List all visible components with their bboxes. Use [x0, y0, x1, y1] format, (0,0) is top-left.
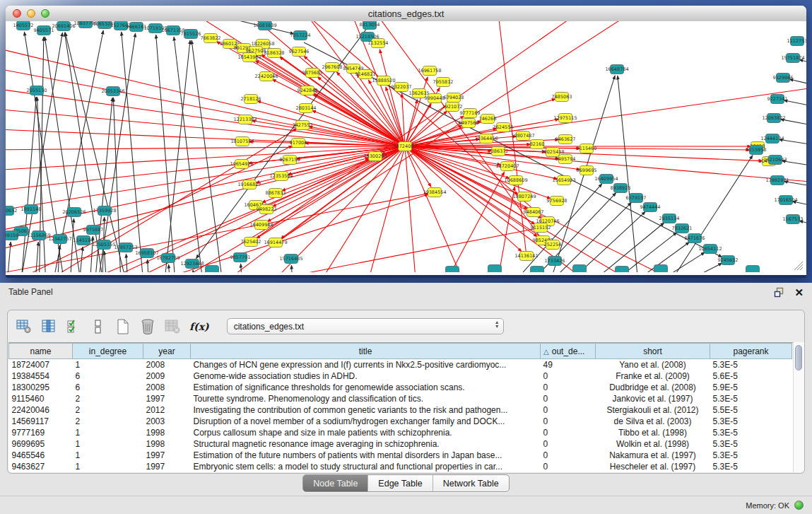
delete-table-icon[interactable]	[163, 317, 182, 336]
graph-node[interactable]: 1132554	[368, 39, 389, 48]
graph-node[interactable]: 2803144	[296, 104, 317, 113]
graph-node[interactable]: 917004	[290, 139, 307, 148]
table-mode-icon[interactable]	[15, 317, 33, 336]
close-panel-icon[interactable]: ✕	[794, 287, 804, 298]
graph-edge[interactable]	[148, 259, 150, 272]
graph-node[interactable]: 9627546	[289, 47, 310, 57]
table-row[interactable]: 977716911998Corpus callosum shape and si…	[9, 427, 792, 438]
graph-node[interactable]: 6497568	[459, 119, 479, 128]
graph-edge[interactable]	[241, 264, 243, 272]
graph-node[interactable]: 8267150	[280, 156, 300, 165]
graph-edge[interactable]	[312, 110, 405, 146]
graph-node[interactable]: 1733426	[545, 257, 565, 266]
table-row[interactable]: 1830029562008Estimation of significance …	[9, 382, 792, 393]
table-row[interactable]: 2242004622012Investigating the contribut…	[9, 404, 792, 416]
column-header-out_de[interactable]: △out_de...	[541, 344, 596, 359]
graph-node[interactable]: 252254	[544, 240, 562, 250]
graph-node[interactable]: 16958107	[135, 249, 158, 258]
graph-node[interactable]: 12444134	[760, 134, 784, 144]
graph-node[interactable]: 2718126	[241, 95, 261, 104]
graph-edge[interactable]	[405, 146, 470, 272]
column-header-year[interactable]: year	[143, 344, 191, 359]
graph-node[interactable]: 9975887	[83, 226, 104, 235]
graph-node[interactable]: 20691406	[52, 22, 75, 31]
table-row[interactable]: 1872400712008Changes of HCN gene express…	[9, 359, 792, 371]
tab-node-table[interactable]: Node Table	[303, 475, 367, 491]
graph-node[interactable]: 15654923	[552, 176, 575, 185]
graph-node[interactable]: 9227341	[767, 95, 788, 104]
graph-node[interactable]: 20364456	[474, 134, 498, 144]
graph-edge[interactable]	[6, 129, 405, 146]
graph-node[interactable]: 9115460	[577, 144, 597, 153]
graph-edge[interactable]	[6, 242, 11, 272]
graph-node[interactable]: 18807249	[512, 192, 536, 201]
graph-edge[interactable]	[258, 146, 405, 272]
graph-node[interactable]: 16961758	[418, 66, 441, 76]
graph-node[interactable]: 17957253	[114, 243, 137, 252]
graph-node[interactable]: 10654112	[698, 245, 722, 254]
graph-edge[interactable]	[618, 76, 640, 272]
function-builder-icon[interactable]: f(x)	[188, 321, 211, 332]
delete-column-icon[interactable]	[139, 317, 157, 336]
graph-edge[interactable]	[184, 228, 541, 272]
graph-node[interactable]: 11156869	[27, 231, 50, 240]
graph-node[interactable]: 7663822	[201, 34, 221, 43]
graph-edge[interactable]	[438, 172, 505, 272]
graph-node[interactable]	[206, 266, 219, 273]
graph-node[interactable]: 19166827	[237, 180, 261, 189]
graph-edge[interactable]	[122, 32, 145, 272]
graph-edge[interactable]	[20, 97, 36, 272]
column-header-title[interactable]: title	[191, 344, 541, 359]
graph-node[interactable]: 7955812	[433, 78, 454, 87]
graph-node[interactable]: 2320652	[6, 206, 17, 216]
graph-node[interactable]: 22420046	[254, 72, 278, 81]
graph-node[interactable]: 17016504	[774, 196, 797, 205]
graph-node[interactable]: 9329966	[773, 74, 794, 83]
show-columns-icon[interactable]	[40, 317, 58, 336]
graph-edge[interactable]	[405, 100, 418, 146]
graph-node[interactable]	[573, 265, 587, 273]
graph-node[interactable]: 9495794	[555, 155, 576, 164]
graph-node[interactable]: 1405572	[13, 21, 34, 30]
graph-edge[interactable]	[291, 265, 293, 272]
graph-node[interactable]: 12342757	[48, 235, 71, 244]
graph-node[interactable]: 9463627	[555, 135, 576, 144]
graph-node[interactable]: 7625402	[241, 238, 261, 247]
table-selector-dropdown[interactable]: citations_edges.txt ▲▼	[227, 318, 504, 334]
graph-node[interactable]: 9756928	[547, 197, 567, 206]
graph-edge[interactable]	[126, 254, 129, 272]
column-header-short[interactable]: short	[596, 344, 710, 359]
table-row[interactable]: 1456911722003Disruption of a novel membe…	[9, 416, 792, 427]
graph-node[interactable]: 8186328	[264, 49, 285, 58]
graph-node[interactable]: 16782759	[156, 254, 180, 263]
graph-node[interactable]: 9699695	[577, 166, 597, 175]
network-window-titlebar[interactable]: citations_edges.txt	[6, 6, 806, 22]
row-height-icon[interactable]	[89, 317, 107, 336]
graph-node[interactable]: 9777169	[460, 109, 481, 118]
graph-node[interactable]: 6794028	[444, 93, 464, 103]
graph-node[interactable]: 2935114	[659, 214, 680, 223]
table-row[interactable]: 911546021997Tourette syndrome. Phenomeno…	[9, 393, 792, 404]
column-header-pagerank[interactable]: pagerank	[710, 344, 792, 359]
graph-node[interactable]: 7815526	[181, 30, 201, 39]
graph-node[interactable]: 1145194	[73, 236, 94, 245]
graph-node[interactable]: 82160	[530, 140, 545, 149]
network-canvas[interactable]: 1405572940557120691406188377961065328715…	[6, 21, 806, 275]
graph-node[interactable]: 12975115	[553, 114, 577, 123]
select-columns-icon[interactable]	[64, 317, 83, 336]
graph-node[interactable]: 17359928	[93, 206, 116, 216]
table-row[interactable]: 946362711997Embryonic stem cells: a mode…	[9, 461, 792, 472]
graph-edge[interactable]	[269, 21, 548, 221]
column-header-in_degree[interactable]: in_degree	[73, 344, 143, 359]
graph-node[interactable]: 9245652	[718, 256, 739, 265]
graph-node[interactable]: 6379197	[626, 194, 647, 203]
graph-edge[interactable]	[34, 242, 38, 272]
graph-node[interactable]: 746266	[479, 115, 497, 124]
graph-node[interactable]: 9405571	[34, 26, 54, 35]
graph-node[interactable]: 15751874	[781, 54, 804, 63]
graph-edge[interactable]	[71, 159, 370, 272]
table-scrollbar[interactable]	[793, 342, 804, 472]
tab-network-table[interactable]: Network Table	[433, 475, 509, 491]
graph-node[interactable]: 8471676	[685, 234, 705, 243]
graph-node[interactable]: 8938923	[611, 184, 631, 193]
